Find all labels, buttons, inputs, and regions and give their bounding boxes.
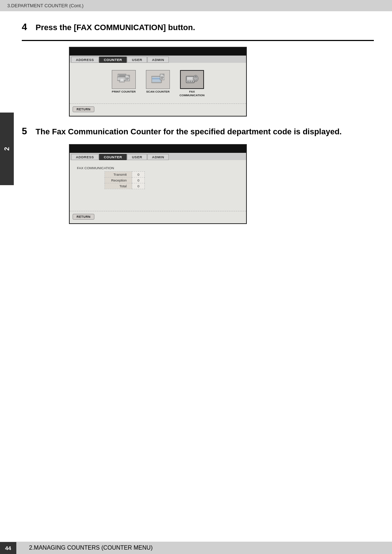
screen2-tab-row: ADDRESS COUNTER USER ADMIN (70, 153, 246, 160)
step4-section: 4 Press the [FAX COMMUNICATION] button. … (22, 21, 374, 117)
fax-value-total: 0 (132, 183, 145, 189)
footer-bar: 44 2.MANAGING COUNTERS (COUNTER MENU) (0, 542, 392, 554)
footer-text: 2.MANAGING COUNTERS (COUNTER MENU) (29, 545, 152, 551)
svg-rect-14 (152, 78, 161, 79)
side-tab: 2 (0, 113, 14, 185)
print-icon (117, 73, 130, 86)
svg-rect-18 (161, 78, 164, 78)
screen1-content: PRINT COUNTER (70, 63, 246, 103)
fax-label-total: Total (105, 183, 132, 189)
svg-rect-17 (161, 77, 164, 77)
screen1-return-button[interactable]: RETURN (73, 106, 94, 112)
screen2-return-row: RETURN (70, 211, 246, 222)
scan-counter-label: SCAN COUNTER (146, 90, 170, 94)
tab-counter-2[interactable]: COUNTER (99, 154, 127, 160)
scan-counter-button[interactable]: SCAN COUNTER (145, 70, 171, 98)
screen1-body: ADDRESS COUNTER USER ADMIN (70, 56, 246, 116)
step4-rule (22, 40, 374, 41)
screen2-top-bar (70, 145, 246, 153)
screen1-wrapper: ADDRESS COUNTER USER ADMIN (69, 47, 374, 117)
fax-row-total: Total 0 (105, 183, 145, 189)
svg-rect-1 (119, 75, 125, 76)
svg-rect-11 (126, 80, 128, 80)
tab-admin-1[interactable]: ADMIN (147, 57, 169, 63)
svg-rect-2 (119, 76, 125, 77)
tab-counter-1[interactable]: COUNTER (99, 57, 127, 63)
screen2-content: FAX COMMUNICATION Transmit 0 (70, 160, 246, 211)
header-bar: 3.DEPARTMENT COUNTER (Cont.) (0, 0, 392, 11)
screen1-return-row: RETURN (70, 103, 246, 114)
fax-section-label: FAX COMMUNICATION (75, 164, 240, 171)
page-wrapper: 3.DEPARTMENT COUNTER (Cont.) 2 4 Press t… (0, 0, 392, 554)
fax-value-transmit: 0 (132, 171, 145, 177)
tab-admin-2[interactable]: ADMIN (147, 154, 169, 160)
fax-icon (185, 73, 199, 86)
svg-rect-28 (195, 77, 196, 80)
svg-rect-23 (189, 81, 191, 82)
step5-number: 5 (22, 126, 32, 137)
step5-heading: 5 The Fax Communication Counter for the … (22, 126, 374, 137)
tab-user-1[interactable]: USER (127, 57, 147, 63)
step5-text: The Fax Communication Counter for the sp… (36, 127, 342, 137)
scan-counter-icon-box (146, 70, 170, 89)
main-content: 4 Press the [FAX COMMUNICATION] button. … (15, 21, 392, 262)
screen2-body: ADDRESS COUNTER USER ADMIN (70, 153, 246, 223)
step5-section: 5 The Fax Communication Counter for the … (22, 126, 374, 224)
svg-rect-22 (187, 81, 189, 82)
fax-communication-icon-box (180, 70, 204, 89)
screen1-frame: ADDRESS COUNTER USER ADMIN (69, 47, 247, 117)
step4-text: Press the [FAX COMMUNICATION] button. (36, 23, 195, 32)
fax-row-reception: Reception 0 (105, 177, 145, 183)
svg-rect-13 (152, 77, 161, 82)
screen2-return-button[interactable]: RETURN (73, 214, 94, 220)
print-counter-label: PRINT COUNTER (112, 90, 136, 94)
print-counter-button[interactable]: PRINT COUNTER (111, 70, 136, 98)
svg-rect-24 (192, 81, 193, 82)
tab-address-2[interactable]: ADDRESS (71, 154, 99, 160)
svg-rect-21 (187, 77, 193, 80)
fax-data-table: Transmit 0 Reception (105, 171, 145, 189)
svg-rect-6 (120, 78, 124, 81)
screen1-tab-row: ADDRESS COUNTER USER ADMIN (70, 56, 246, 63)
print-counter-icon-box (112, 70, 136, 89)
footer-page-number: 44 (0, 542, 16, 554)
tab-user-2[interactable]: USER (127, 154, 147, 160)
step4-heading: 4 Press the [FAX COMMUNICATION] button. (22, 21, 374, 33)
scan-icon (151, 73, 164, 86)
screen2-frame: ADDRESS COUNTER USER ADMIN (69, 144, 247, 224)
screen1-top-bar (70, 48, 246, 56)
fax-label-reception: Reception (105, 177, 132, 183)
screen1-buttons-row: PRINT COUNTER (75, 67, 240, 99)
tab-address-1[interactable]: ADDRESS (71, 57, 99, 63)
fax-label-transmit: Transmit (105, 171, 132, 177)
screen2-wrapper: ADDRESS COUNTER USER ADMIN (69, 144, 374, 224)
svg-rect-9 (126, 78, 129, 78)
fax-row-transmit: Transmit 0 (105, 171, 145, 177)
fax-communication-label: FAX COMMUNICATION (179, 90, 205, 98)
svg-rect-10 (126, 79, 129, 80)
svg-rect-19 (161, 78, 163, 79)
header-text: 3.DEPARTMENT COUNTER (Cont.) (7, 3, 83, 8)
fax-value-reception: 0 (132, 177, 145, 183)
fax-communication-button[interactable]: FAX COMMUNICATION (179, 70, 205, 98)
step4-number: 4 (22, 21, 32, 33)
